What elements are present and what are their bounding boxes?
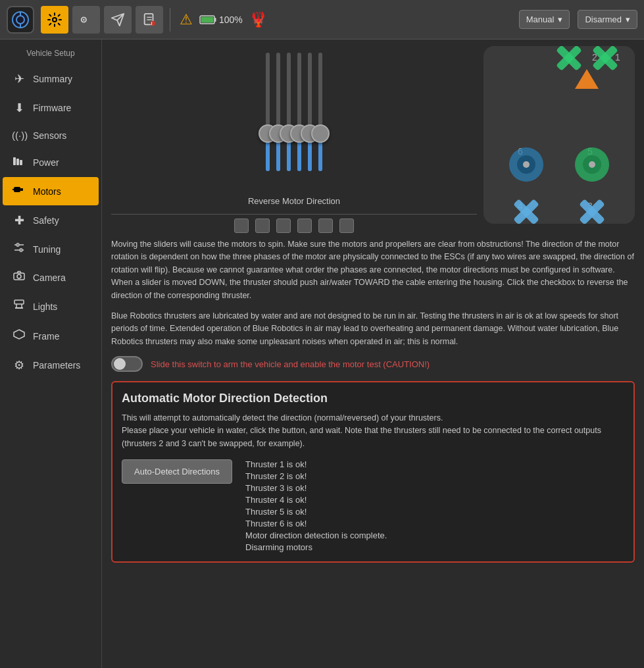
svg-point-24: [20, 249, 23, 252]
content-area: Reverse Motor Direction 2: [102, 39, 644, 668]
summary-icon: ✈: [12, 72, 26, 86]
checkbox-6[interactable]: [339, 218, 354, 233]
sliders-diagram-row: Reverse Motor Direction 2: [111, 46, 635, 238]
divider: [111, 214, 477, 215]
auto-detect-title: Automatic Motor Direction Detection: [122, 392, 624, 405]
arm-row: Slide this switch to arm the vehicle and…: [111, 356, 635, 372]
sidebar-label-power: Power: [33, 157, 59, 168]
sidebar-item-camera[interactable]: Camera: [3, 264, 99, 291]
svg-point-22: [16, 244, 20, 247]
sidebar-item-summary[interactable]: ✈ Summary: [3, 65, 99, 93]
checkbox-5[interactable]: [318, 218, 333, 233]
safety-icon: ✚: [12, 213, 26, 228]
arm-caution-label: Slide this switch to arm the vehicle and…: [151, 359, 430, 369]
doc-icon-btn[interactable]: i: [136, 6, 163, 34]
nav-icon-btn[interactable]: [72, 6, 100, 34]
sidebar-item-lights[interactable]: Lights: [3, 292, 99, 321]
tuning-icon: [12, 242, 26, 256]
sidebar-label-tuning: Tuning: [33, 244, 61, 255]
slider-6[interactable]: [318, 46, 322, 191]
arm-toggle[interactable]: [111, 356, 143, 372]
toolbar: i ⚠ 100% 🦞 Manual ▾ Disarmed ▾: [0, 0, 644, 39]
svg-point-6: [83, 18, 85, 20]
sidebar-item-parameters[interactable]: ⚙ Parameters: [3, 351, 99, 379]
sidebar-item-sensors[interactable]: ((·)) Sensors: [3, 123, 99, 147]
sliders-section: Reverse Motor Direction: [111, 46, 477, 238]
send-icon-btn[interactable]: [104, 6, 132, 34]
svg-rect-32: [483, 46, 635, 224]
svg-point-46: [523, 161, 530, 168]
svg-point-49: [589, 161, 595, 168]
result-6: Thruster 6 is ok!: [245, 519, 387, 528]
sidebar-item-tuning[interactable]: Tuning: [3, 236, 99, 263]
sidebar-item-safety[interactable]: ✚ Safety: [3, 207, 99, 234]
auto-detect-desc: This will attempt to automatically detec…: [122, 412, 624, 450]
slider-1[interactable]: [266, 46, 270, 191]
result-2: Thruster 2 is ok!: [245, 471, 387, 481]
svg-rect-17: [20, 160, 22, 165]
reverse-motor-label: Reverse Motor Direction: [248, 196, 340, 206]
firmware-icon: ⬇: [12, 101, 26, 115]
sidebar-title: Vehicle Setup: [0, 45, 101, 64]
sidebar-label-sensors: Sensors: [33, 130, 66, 141]
svg-rect-19: [20, 188, 23, 191]
checkbox-1[interactable]: [234, 218, 249, 233]
checkbox-4[interactable]: [297, 218, 312, 233]
thruster-results: Thruster 1 is ok! Thruster 2 is ok! Thru…: [245, 459, 387, 552]
slider-2[interactable]: [276, 46, 280, 191]
arm-dropdown[interactable]: Disarmed ▾: [578, 10, 637, 29]
result-disarm: Disarming motors: [245, 542, 387, 552]
settings-icon-btn[interactable]: [41, 6, 68, 34]
result-complete: Motor direction detection is complete.: [245, 530, 387, 540]
auto-detect-button[interactable]: Auto-Detect Directions: [122, 459, 232, 484]
warning-text-1: Moving the sliders will cause the motors…: [111, 238, 635, 302]
lights-icon: [12, 299, 26, 314]
warning-icon: ⚠: [180, 11, 193, 28]
power-icon: [12, 155, 26, 169]
checkbox-2[interactable]: [255, 218, 270, 233]
svg-text:i: i: [151, 21, 153, 26]
sidebar-item-frame[interactable]: Frame: [3, 322, 99, 350]
svg-point-4: [53, 18, 57, 22]
svg-rect-27: [14, 300, 24, 304]
sensors-icon: ((·)): [12, 130, 26, 141]
motors-icon: [12, 184, 26, 199]
result-3: Thruster 3 is ok!: [245, 483, 387, 493]
camera-icon: [12, 270, 26, 284]
svg-text:1: 1: [615, 52, 620, 63]
sidebar-label-frame: Frame: [33, 331, 59, 342]
sidebar-label-safety: Safety: [33, 215, 59, 226]
sidebar-item-firmware[interactable]: ⬇ Firmware: [3, 94, 99, 122]
result-5: Thruster 5 is ok!: [245, 507, 387, 517]
parameters-icon: ⚙: [12, 358, 26, 373]
svg-marker-31: [14, 330, 24, 339]
sliders-row: [266, 46, 322, 191]
slider-4[interactable]: [297, 46, 301, 191]
svg-rect-14: [201, 16, 214, 22]
svg-rect-18: [14, 187, 20, 192]
fish-icon[interactable]: 🦞: [249, 11, 267, 28]
app-logo: [7, 6, 34, 34]
frame-icon: [12, 328, 26, 344]
auto-detect-body: Auto-Detect Directions Thruster 1 is ok!…: [122, 459, 624, 552]
svg-rect-13: [214, 18, 216, 22]
battery-indicator: 100%: [199, 14, 243, 25]
slider-3[interactable]: [287, 46, 291, 191]
slider-5[interactable]: [308, 46, 312, 191]
auto-detect-section: Automatic Motor Direction Detection This…: [111, 381, 635, 563]
checkbox-3[interactable]: [276, 218, 291, 233]
sidebar-label-camera: Camera: [33, 272, 66, 283]
mode-dropdown[interactable]: Manual ▾: [519, 10, 570, 29]
sidebar: Vehicle Setup ✈ Summary ⬇ Firmware ((·))…: [0, 39, 102, 668]
result-1: Thruster 1 is ok!: [245, 459, 387, 469]
separator-1: [170, 8, 170, 32]
svg-point-26: [17, 274, 21, 278]
sidebar-item-power[interactable]: Power: [3, 149, 99, 176]
sidebar-item-motors[interactable]: Motors: [3, 177, 99, 205]
sidebar-label-firmware: Firmware: [33, 103, 71, 113]
sidebar-label-parameters: Parameters: [33, 360, 80, 371]
sidebar-label-lights: Lights: [33, 301, 57, 312]
svg-rect-16: [16, 159, 19, 165]
sidebar-label-motors: Motors: [33, 186, 61, 197]
toggle-knob: [114, 358, 126, 370]
